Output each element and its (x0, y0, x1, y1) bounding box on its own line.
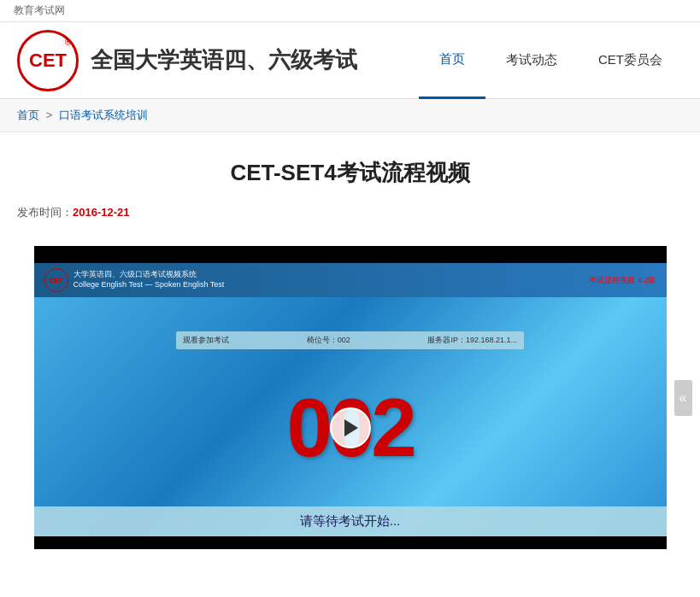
video-inner: CET 大学英语四、六级口语考试视频系统 College English Tes… (34, 263, 667, 536)
inner-logo-cet: CET (50, 277, 63, 284)
top-bar-text: 教育考试网 (14, 4, 65, 16)
logo-box: ® CET 全国大学英语四、六级考试 (17, 30, 419, 91)
video-inner-header: CET 大学英语四、六级口语考试视频系统 College English Tes… (34, 263, 667, 297)
publish-info: 发布时间：2016-12-21 (17, 205, 683, 229)
black-bar-bottom (34, 536, 667, 549)
inner-bottom-bar: 请等待考试开始... (34, 506, 667, 536)
video-arrow-button[interactable]: « (674, 380, 692, 416)
inner-countdown-area: 002 (34, 349, 667, 506)
red-corner-text: 考试流程视频 4.2版 (589, 275, 656, 286)
digit-0: 0 (286, 381, 328, 475)
inner-logo-subtitle: 大学英语四、六级口语考试视频系统 College English Test — … (74, 270, 225, 290)
black-bar-top (34, 246, 667, 263)
logo-cet-text: CET (29, 51, 67, 70)
inner-logo-line2: College English Test — Spoken English Te… (74, 280, 225, 290)
nav-item-committee[interactable]: CET委员会 (578, 22, 683, 99)
breadcrumb-current-link[interactable]: 口语考试系统培训 (59, 108, 148, 121)
inner-logo: CET 大学英语四、六级口语考试视频系统 College English Tes… (44, 268, 225, 292)
breadcrumb-home-link[interactable]: 首页 (17, 108, 39, 121)
registered-icon: ® (65, 38, 71, 47)
bottom-status-text: 请等待考试开始... (300, 513, 401, 528)
video-thumbnail[interactable]: CET 大学英语四、六级口语考试视频系统 College English Tes… (34, 246, 667, 549)
inner-logo-circle: CET (44, 268, 68, 292)
info-bar-label: 观看参加考试 (183, 335, 229, 346)
main-nav: 首页 考试动态 CET委员会 (419, 22, 683, 99)
publish-date: 2016-12-21 (73, 206, 130, 219)
play-triangle-icon (344, 419, 358, 436)
breadcrumb: 首页 > 口语考试系统培训 (0, 99, 700, 132)
header: ® CET 全国大学英语四、六级考试 首页 考试动态 CET委员会 (0, 22, 700, 99)
top-bar: 教育考试网 (0, 0, 700, 22)
info-bar-seat: 椅位号：002 (307, 335, 350, 346)
site-title: 全国大学英语四、六级考试 (91, 45, 357, 75)
logo-circle: ® CET (17, 30, 79, 91)
page-title: CET-SET4考试流程视频 (17, 158, 683, 188)
digit-2: 2 (371, 381, 413, 475)
play-button-overlay[interactable] (330, 407, 371, 448)
publish-label: 发布时间： (17, 206, 73, 219)
inner-logo-line1: 大学英语四、六级口语考试视频系统 (74, 270, 225, 280)
video-wrapper: CET 大学英语四、六级口语考试视频系统 College English Tes… (34, 246, 667, 549)
nav-item-news[interactable]: 考试动态 (485, 22, 578, 99)
breadcrumb-separator: > (46, 108, 53, 121)
main-content: CET-SET4考试流程视频 发布时间：2016-12-21 CET 大学英语四… (0, 132, 700, 566)
inner-info-bar: 观看参加考试 椅位号：002 服务器IP：192.168.21.1... (176, 331, 524, 349)
info-bar-ip: 服务器IP：192.168.21.1... (427, 335, 517, 346)
nav-item-home[interactable]: 首页 (419, 22, 485, 99)
